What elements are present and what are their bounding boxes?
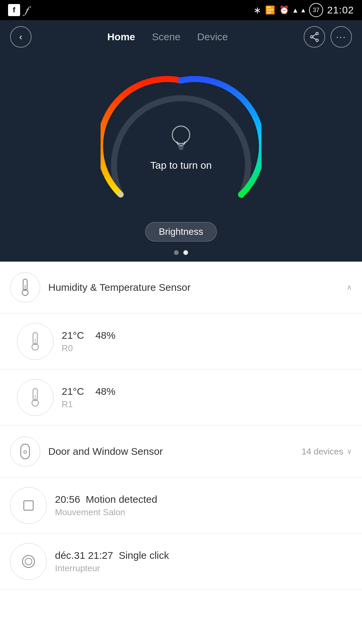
facebook-icon: f bbox=[8, 4, 20, 16]
click-event-info: déc.31 21:27 Single click Interrupteur bbox=[55, 550, 169, 574]
svg-point-0 bbox=[316, 33, 318, 35]
motion-event-location: Mouvement Salon bbox=[55, 507, 157, 518]
tab-scene[interactable]: Scene bbox=[152, 31, 180, 43]
nav-actions: ··· bbox=[304, 26, 352, 48]
status-bar-left: f 𝑓 bbox=[8, 4, 28, 16]
svg-rect-21 bbox=[24, 501, 33, 510]
thermometer-icon-circle bbox=[10, 272, 40, 303]
svg-line-3 bbox=[313, 34, 316, 36]
tab-home[interactable]: Home bbox=[107, 31, 135, 43]
humidity-sensor-group-header[interactable]: Humidity & Temperature Sensor ∧ bbox=[0, 262, 362, 314]
motion-square-icon bbox=[21, 498, 36, 513]
door-sensor-group-header[interactable]: Door and Window Sensor 14 devices ∨ bbox=[0, 426, 362, 478]
temp-sensor-r1-row[interactable]: 21°C 48% R1 bbox=[0, 370, 362, 426]
status-time: 21:02 bbox=[327, 4, 354, 16]
svg-rect-19 bbox=[21, 444, 29, 459]
temp-r0-name: R0 bbox=[62, 343, 115, 354]
door-sensor-icon bbox=[19, 443, 31, 460]
temp-icon-r0 bbox=[17, 323, 54, 360]
svg-line-4 bbox=[313, 38, 316, 40]
temp-r0-info: 21°C 48% R0 bbox=[62, 330, 115, 354]
svg-point-1 bbox=[310, 36, 313, 38]
temp-icon-r1 bbox=[17, 379, 54, 416]
vibrate-icon: 📴 bbox=[265, 5, 275, 15]
motion-event-info: 20:56 Motion detected Mouvement Salon bbox=[55, 494, 157, 518]
svg-point-7 bbox=[172, 126, 190, 144]
temp-r1-info: 21°C 48% R1 bbox=[62, 386, 115, 410]
more-button[interactable]: ··· bbox=[330, 26, 352, 48]
page-dot-1[interactable] bbox=[174, 250, 179, 255]
door-sensor-count: 14 devices ∨ bbox=[302, 446, 352, 457]
brightness-button[interactable]: Brightness bbox=[145, 222, 217, 241]
tab-device[interactable]: Device bbox=[197, 31, 228, 43]
status-bar: f 𝑓 ∗ 📴 ⏰ ▴ ▴ 37 21:02 bbox=[0, 0, 362, 20]
click-icon-circle bbox=[10, 543, 47, 580]
svg-point-2 bbox=[316, 39, 318, 42]
brightness-dial[interactable]: Tap to turn on bbox=[101, 67, 261, 228]
temp-r1-reading: 21°C 48% bbox=[62, 386, 115, 397]
svg-point-20 bbox=[24, 451, 26, 453]
tap-to-turn-on-text[interactable]: Tap to turn on bbox=[150, 160, 212, 171]
click-event-row[interactable]: déc.31 21:27 Single click Interrupteur bbox=[0, 534, 362, 590]
temp-r0-reading: 21°C 48% bbox=[62, 330, 115, 341]
page-dot-2[interactable] bbox=[183, 250, 188, 255]
humidity-group-chevron[interactable]: ∧ bbox=[347, 283, 352, 292]
signal-icon: ▴ bbox=[301, 6, 305, 14]
battery-level: 37 bbox=[313, 7, 319, 14]
alarm-icon: ⏰ bbox=[279, 5, 289, 15]
nav-bar: ‹ Home Scene Device ··· bbox=[0, 20, 362, 54]
svg-point-5 bbox=[118, 192, 123, 197]
device-list: Humidity & Temperature Sensor ∧ 21°C 48%… bbox=[0, 262, 362, 590]
svg-point-6 bbox=[238, 191, 245, 198]
thermometer-icon bbox=[18, 278, 32, 297]
svg-point-22 bbox=[22, 555, 35, 568]
click-event-location: Interrupteur bbox=[55, 563, 169, 574]
motion-event-title: 20:56 Motion detected bbox=[55, 494, 157, 505]
thermometer-sm-icon-2 bbox=[28, 388, 43, 407]
dial-center-content[interactable]: Tap to turn on bbox=[150, 124, 212, 171]
humidity-sensor-group-title: Humidity & Temperature Sensor bbox=[48, 282, 339, 293]
click-event-title: déc.31 21:27 Single click bbox=[55, 550, 169, 561]
svg-point-23 bbox=[25, 558, 32, 565]
circle-dot-icon bbox=[21, 554, 36, 569]
door-sensor-icon-circle bbox=[10, 436, 40, 467]
app-icon: 𝑓 bbox=[25, 4, 28, 16]
bluetooth-icon: ∗ bbox=[253, 5, 261, 16]
back-button[interactable]: ‹ bbox=[10, 26, 32, 48]
wifi-icon: ▴ bbox=[293, 5, 297, 15]
temp-sensor-r0-row[interactable]: 21°C 48% R0 bbox=[0, 314, 362, 370]
share-button[interactable] bbox=[304, 26, 325, 48]
motion-event-row[interactable]: 20:56 Motion detected Mouvement Salon bbox=[0, 478, 362, 534]
more-dots-icon: ··· bbox=[336, 32, 347, 42]
status-bar-right: ∗ 📴 ⏰ ▴ ▴ 37 21:02 bbox=[253, 3, 354, 17]
door-group-chevron[interactable]: ∨ bbox=[347, 447, 352, 456]
nav-tabs: Home Scene Device bbox=[107, 31, 228, 43]
motion-icon-circle bbox=[10, 487, 47, 524]
door-sensor-group-title: Door and Window Sensor bbox=[48, 446, 294, 457]
light-control-panel: Tap to turn on Brightness bbox=[0, 54, 362, 262]
thermometer-sm-icon bbox=[28, 332, 43, 351]
bulb-icon bbox=[168, 124, 194, 154]
temp-r1-name: R1 bbox=[62, 399, 115, 410]
battery-icon: 37 bbox=[309, 3, 323, 17]
page-indicators bbox=[174, 250, 188, 255]
